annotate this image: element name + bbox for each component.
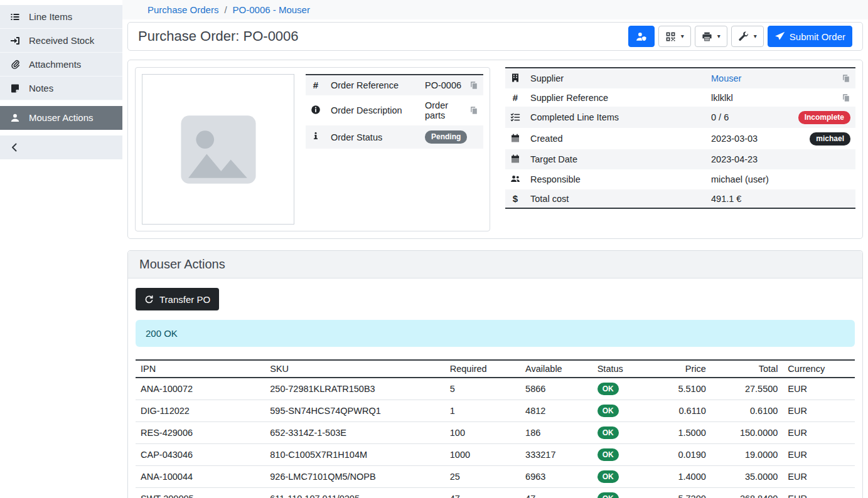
cell-sku: 595-SN74HCS74QPWRQ1 (265, 400, 445, 422)
cell-required: 1000 (445, 444, 520, 466)
transfer-po-label: Transfer PO (159, 294, 210, 305)
cell-available: 5866 (520, 378, 592, 400)
detail-value: michael (user) (711, 174, 769, 184)
table-row: ANA-100044926-LMC7101QM5/NOPB256963OK1.4… (136, 466, 855, 488)
cell-status: OK (592, 400, 650, 422)
line-items-table: IPNSKURequiredAvailableStatusPriceTotalC… (136, 359, 855, 498)
detail-row: Responsiblemichael (user) (505, 169, 855, 189)
info-circle-icon (311, 105, 321, 115)
submit-order-button[interactable]: Submit Order (768, 26, 852, 47)
cell-price: 0.6110 (650, 400, 710, 422)
detail-label: Order Description (326, 95, 420, 125)
hash-icon: # (313, 80, 318, 90)
copy-icon[interactable] (469, 81, 478, 90)
cell-price: 0.0190 (650, 444, 710, 466)
table-row: DIG-112022595-SN74HCS74QPWRQ114812OK0.61… (136, 400, 855, 422)
user-roles-button[interactable] (628, 26, 655, 47)
detail-value: 0 / 6 (711, 112, 729, 122)
arrow-in-icon (9, 36, 21, 46)
detail-value: 2023-04-23 (711, 154, 758, 164)
breadcrumb-separator: / (224, 4, 227, 15)
breadcrumb-current-order[interactable]: PO-0006 - Mouser (233, 4, 310, 15)
sidebar-item-label: Mouser Actions (29, 112, 94, 123)
supplier-details-box: SupplierMouser#Supplier Referencelklklkl… (505, 67, 855, 209)
order-actions-button[interactable]: ▾ (731, 26, 764, 47)
print-actions-button[interactable]: ▾ (695, 26, 727, 47)
detail-row: #Order ReferencePO-0006 (306, 75, 483, 95)
detail-label: Supplier Reference (525, 88, 706, 107)
cell-ipn: SWT-200005 (136, 488, 265, 498)
detail-row: Order DescriptionOrder parts (306, 95, 483, 125)
sidebar-collapse-button[interactable] (0, 135, 122, 159)
page-header-panel: Purchase Order: PO-0006 ▾▾▾Submit Order (127, 22, 863, 51)
sidebar-item-received-stock[interactable]: Received Stock (0, 29, 122, 53)
tools-icon (738, 31, 749, 42)
dollar-icon: $ (513, 194, 518, 203)
supplier-link[interactable]: Mouser (711, 73, 741, 83)
sidebar-item-label: Attachments (29, 59, 81, 70)
status-badge: Incomplete (798, 111, 850, 124)
status-badge: michael (810, 132, 850, 146)
cell-status: OK (592, 466, 650, 488)
cell-ipn: DIG-112022 (136, 400, 265, 422)
cell-currency: EUR (783, 488, 855, 498)
cell-total: 268.8400 (711, 488, 783, 498)
order-summary-box: #Order ReferencePO-0006Order Description… (135, 67, 490, 231)
sidebar-item-line-items[interactable]: Line Items (0, 5, 122, 29)
button-label: Submit Order (790, 31, 845, 42)
info-icon (311, 131, 321, 141)
cell-ipn: ANA-100072 (136, 378, 265, 400)
cell-price: 5.5100 (650, 378, 710, 400)
image-placeholder-icon (178, 113, 259, 186)
cell-currency: EUR (783, 400, 855, 422)
breadcrumb-purchase-orders[interactable]: Purchase Orders (147, 4, 218, 15)
cell-status: OK (592, 488, 650, 498)
cell-currency: EUR (783, 466, 855, 488)
transfer-po-button[interactable]: Transfer PO (136, 288, 219, 310)
order-details-table: #Order ReferencePO-0006Order Description… (306, 74, 483, 149)
status-ok-badge: OK (597, 448, 619, 461)
column-header-available: Available (520, 360, 592, 378)
list-check-icon (510, 112, 520, 122)
detail-row: $Total cost491.1 € (505, 189, 855, 208)
detail-row: Created2023-03-03michael (505, 128, 855, 149)
table-row: ANA-100072250-72981KLRATR150B355866OK5.5… (136, 378, 855, 400)
detail-value: 2023-03-03 (711, 134, 758, 144)
cell-sku: 250-72981KLRATR150B3 (265, 378, 445, 400)
cell-required: 100 (445, 422, 520, 444)
users-icon (510, 174, 520, 184)
cell-sku: 611-110.107.011/0205 (265, 488, 445, 498)
cell-total: 150.0000 (711, 422, 783, 444)
cell-total: 0.6100 (711, 400, 783, 422)
detail-row: Completed Line Items0 / 6Incomplete (505, 107, 855, 128)
sidebar-item-notes[interactable]: Notes (0, 77, 122, 100)
header-toolbar: ▾▾▾Submit Order (628, 26, 852, 47)
copy-icon[interactable] (842, 93, 850, 102)
cell-sku: 652-3314Z-1-503E (265, 422, 445, 444)
status-ok-badge: OK (597, 470, 619, 483)
column-header-total: Total (711, 360, 783, 378)
sidebar-item-mouser-actions[interactable]: Mouser Actions (0, 106, 122, 130)
barcode-actions-button[interactable]: ▾ (658, 26, 691, 47)
detail-row: SupplierMouser (505, 68, 855, 88)
refresh-icon (144, 295, 154, 304)
cell-price: 5.7200 (650, 488, 710, 498)
copy-icon[interactable] (469, 106, 478, 115)
cell-status: OK (592, 378, 650, 400)
order-thumbnail[interactable] (142, 74, 294, 225)
detail-label: Order Status (326, 125, 420, 149)
cell-available: 6963 (520, 466, 592, 488)
cell-currency: EUR (783, 378, 855, 400)
sidebar-item-attachments[interactable]: Attachments (0, 53, 122, 77)
cell-total: 35.0000 (711, 466, 783, 488)
sidebar-item-label: Received Stock (29, 35, 94, 46)
sidebar-item-label: Notes (29, 83, 53, 93)
cell-total: 19.0000 (711, 444, 783, 466)
copy-icon[interactable] (842, 74, 850, 83)
column-header-ipn: IPN (136, 360, 265, 378)
detail-label: Supplier (525, 68, 706, 88)
cell-status: OK (592, 422, 650, 444)
cell-available: 47 (520, 488, 592, 498)
cell-required: 25 (445, 466, 520, 488)
calendar-icon (510, 133, 520, 143)
